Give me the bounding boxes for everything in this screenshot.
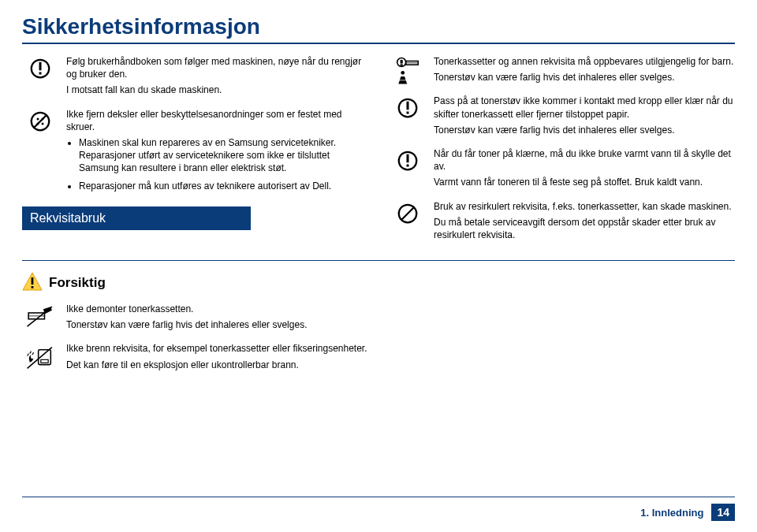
right-row-1-text: Tonerkassetter og annen rekvisita må opp… [434, 55, 735, 87]
text: Når du får toner på klærne, må du ikke b… [434, 147, 735, 173]
right-row-2: Pass på at tonerstøv ikke kommer i konta… [390, 95, 735, 140]
text: Det kan føre til en eksplosjon eller uko… [66, 359, 464, 371]
text: Varmt vann får toneren til å feste seg p… [434, 176, 735, 188]
bullet-list: Maskinen skal kun repareres av en Samsun… [66, 136, 367, 192]
section-heading: Rekvisitabruk [22, 206, 251, 230]
svg-point-7 [42, 117, 44, 120]
warning-icon [22, 55, 58, 80]
prohibit-icon [22, 108, 58, 133]
no-burn-icon [22, 342, 58, 372]
title-rule [22, 43, 735, 44]
caution-triangle-icon [22, 272, 43, 293]
text: Tonerstøv kan være farlig hvis det inhal… [66, 318, 464, 331]
text: Tonerkassetter og annen rekvisita må opp… [434, 55, 735, 68]
divider [22, 260, 735, 261]
bottom-row-1-text: Ikke demonter tonerkassetten. Tonerstøv … [66, 303, 464, 334]
svg-point-8 [37, 122, 39, 125]
svg-rect-1 [39, 62, 42, 71]
svg-rect-17 [407, 102, 409, 110]
text: Ikke fjern deksler eller beskyttelsesano… [66, 108, 367, 133]
left-row-1-text: Følg brukerhåndboken som følger med mask… [66, 55, 367, 100]
svg-rect-20 [407, 154, 409, 163]
right-row-3-text: Når du får toner på klærne, må du ikke b… [434, 147, 735, 192]
caution-heading: Forsiktig [22, 272, 735, 293]
right-row-3: Når du får toner på klærne, må du ikke b… [390, 147, 735, 192]
page-number: 14 [711, 504, 735, 521]
footer: 1. Innledning 14 [22, 497, 735, 521]
list-item: Maskinen skal kun repareres av en Samsun… [79, 136, 367, 175]
caution-label: Forsiktig [49, 275, 106, 291]
svg-rect-11 [401, 64, 403, 65]
bottom-row-1: Ikke demonter tonerkassetten. Tonerstøv … [22, 303, 464, 334]
keep-away-child-icon [390, 55, 426, 85]
svg-line-23 [401, 206, 415, 220]
svg-line-4 [35, 115, 47, 127]
warning-icon [390, 95, 426, 120]
right-row-4: Bruk av resirkulert rekvisita, f.eks. to… [390, 200, 735, 245]
list-item: Reparasjoner må kun utføres av teknikere… [79, 180, 367, 192]
right-row-2-text: Pass på at tonerstøv ikke kommer i konta… [434, 95, 735, 140]
text: Du må betale serviceavgift dersom det op… [434, 216, 735, 241]
left-column: Følg brukerhåndboken som følger med mask… [22, 55, 367, 252]
left-row-2: Ikke fjern deksler eller beskyttelsesano… [22, 108, 367, 199]
text: Pass på at tonerstøv ikke kommer i konta… [434, 95, 735, 120]
left-row-1: Følg brukerhåndboken som følger med mask… [22, 55, 367, 100]
no-disassemble-icon [22, 303, 58, 333]
svg-rect-25 [32, 286, 34, 288]
right-row-1: Tonerkassetter og annen rekvisita må opp… [390, 55, 735, 87]
svg-rect-18 [407, 112, 409, 114]
bottom-block: Ikke demonter tonerkassetten. Tonerstøv … [22, 303, 464, 374]
svg-rect-24 [32, 277, 34, 285]
text: Ikke brenn rekvisita, for eksempel toner… [66, 342, 464, 355]
page-title: Sikkerhetsinformasjon [22, 14, 735, 39]
bottom-row-2-text: Ikke brenn rekvisita, for eksempel toner… [66, 342, 464, 374]
right-column: Tonerkassetter og annen rekvisita må opp… [390, 55, 735, 252]
svg-line-28 [28, 307, 52, 326]
main-columns: Følg brukerhåndboken som følger med mask… [22, 55, 735, 252]
svg-point-14 [401, 71, 405, 75]
svg-point-6 [42, 122, 44, 125]
text: I motsatt fall kan du skade maskinen. [66, 84, 367, 96]
text: Ikke demonter tonerkassetten. [66, 303, 464, 315]
bottom-row-2: Ikke brenn rekvisita, for eksempel toner… [22, 342, 464, 374]
prohibit-icon [390, 200, 426, 225]
text: Følg brukerhåndboken som følger med mask… [66, 55, 367, 80]
warning-icon [390, 147, 426, 173]
left-row-2-text: Ikke fjern deksler eller beskyttelsesano… [66, 108, 367, 199]
svg-rect-2 [39, 73, 42, 75]
text: Bruk av resirkulert rekvisita, f.eks. to… [434, 200, 735, 213]
footer-rule [22, 497, 735, 497]
svg-point-5 [37, 117, 39, 120]
svg-rect-10 [401, 60, 403, 64]
footer-line: 1. Innledning 14 [22, 504, 735, 521]
text: Tonerstøv kan være farlig hvis det inhal… [434, 124, 735, 136]
right-row-4-text: Bruk av resirkulert rekvisita, f.eks. to… [434, 200, 735, 245]
svg-rect-21 [407, 164, 409, 166]
text: Tonerstøv kan være farlig hvis det inhal… [434, 71, 735, 84]
chapter-label: 1. Innledning [640, 507, 703, 519]
svg-rect-30 [41, 360, 48, 363]
